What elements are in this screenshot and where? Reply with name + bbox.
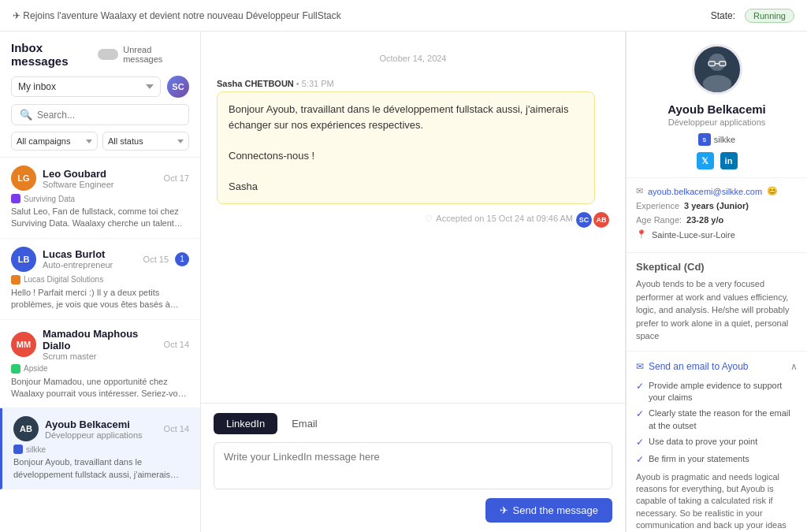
campaign-dot (11, 194, 20, 203)
message-bubble-wrapper: Sasha CHETBOUN • 5:31 PM Bonjour Ayoub, … (217, 79, 609, 228)
profile-section: Ayoub Belkacemi Développeur applications… (627, 32, 807, 178)
email-action-note: Ayoub is pragmatic and needs logical rea… (636, 471, 798, 532)
tip-text: Use data to prove your point (649, 436, 757, 448)
filter-row: All campaigns All status (11, 132, 189, 151)
campaign-dot (13, 445, 23, 454)
profile-avatar (692, 44, 742, 95)
send-button-label: Send the message (513, 504, 598, 516)
search-input[interactable] (37, 110, 180, 121)
status-filter[interactable]: All status (102, 132, 189, 151)
message-list-item[interactable]: AB Ayoub Belkacemi Développeur applicati… (0, 408, 200, 489)
right-panel: Ayoub Belkacemi Développeur applications… (626, 32, 807, 532)
msg-campaign-name: Surviving Data (24, 195, 75, 203)
msg-role: Scrum master (43, 352, 158, 361)
inbox-select[interactable]: My inbox (11, 76, 161, 97)
message-time-value: 5:31 PM (302, 79, 334, 88)
experience-label: Experience (636, 201, 679, 210)
check-icon: ✓ (636, 436, 644, 449)
message-bubble: Bonjour Ayoub, travaillant dans le dével… (217, 91, 595, 204)
msg-unread-badge: 1 (175, 252, 189, 266)
chat-messages: October 14, 2024 Sasha CHETBOUN • 5:31 P… (201, 32, 625, 403)
msg-preview: Bonjour Ayoub, travaillant dans le dével… (13, 456, 189, 481)
send-button[interactable]: ✈ Send the message (485, 498, 612, 523)
chevron-up-icon: ∧ (790, 361, 798, 372)
email-icon: ✉ (636, 186, 643, 196)
msg-date: Oct 17 (164, 173, 189, 183)
profile-name: Ayoub Belkacemi (636, 102, 798, 116)
email-tip: ✓Use data to prove your point (636, 436, 798, 449)
reply-textarea[interactable] (214, 442, 612, 489)
email-action-title: ✉ Send an email to Ayoub (636, 361, 749, 372)
send-icon: ✈ (500, 504, 508, 516)
msg-avatar: MM (11, 332, 36, 357)
msg-avatar: LG (11, 166, 36, 191)
msg-preview: Hello ! Parfait merci :) Il y a deux pet… (11, 287, 189, 311)
location-value: Sainte-Luce-sur-Loire (652, 230, 735, 240)
emoji-icon: 😊 (767, 186, 778, 196)
message-sender: Sasha CHETBOUN (217, 79, 294, 88)
reply-actions: ✈ Send the message (214, 498, 612, 523)
unread-toggle[interactable]: Unread messages (98, 45, 189, 64)
tip-text: Provide ample evidence to support your c… (649, 380, 798, 404)
msg-preview: Bonjour Mamadou, une opportunité chez Wa… (11, 376, 189, 400)
email-tip: ✓Clearly state the reason for the email … (636, 407, 798, 432)
email-detail: ✉ ayoub.belkacemi@silkke.com 😊 (636, 186, 798, 196)
tip-text: Clearly state the reason for the email a… (649, 407, 798, 432)
email-tip: ✓Be firm in your statements (636, 453, 798, 467)
campaign-dot (11, 275, 20, 285)
state-badge: Running (745, 9, 794, 23)
tab-linkedin[interactable]: LinkedIn (214, 413, 277, 434)
msg-preview: Salut Leo, Fan de fullstack, comme toi c… (11, 206, 189, 230)
campaign-dot (11, 364, 20, 374)
msg-role: Auto-entrepreneur (43, 260, 137, 270)
sidebar: Inbox messages Unread messages My inbox … (0, 32, 201, 532)
msg-date: Oct 14 (164, 340, 189, 349)
msg-avatar: AB (13, 416, 39, 441)
age-detail: Age Range: 23-28 y/o (636, 215, 798, 225)
twitter-icon[interactable]: 𝕏 (697, 152, 714, 169)
sidebar-title: Inbox messages (11, 41, 98, 68)
search-box: 🔍 (11, 104, 189, 125)
profile-details: ✉ ayoub.belkacemi@silkke.com 😊 Experienc… (627, 178, 807, 253)
email-action-section: ✉ Send an email to Ayoub ∧ ✓Provide ampl… (627, 352, 807, 533)
personality-desc: Ayoub tends to be a very focused perform… (636, 277, 798, 343)
email-tip: ✓Provide ample evidence to support your … (636, 380, 798, 404)
msg-role: Software Engineer (43, 180, 158, 189)
msg-name: Ayoub Belkacemi (45, 419, 158, 430)
linkedin-icon[interactable]: in (720, 152, 738, 169)
msg-role: Développeur applications (45, 430, 158, 440)
message-list-item[interactable]: LG Leo Goubard Software Engineer Oct 17 … (0, 158, 200, 239)
message-meta: Sasha CHETBOUN • 5:31 PM (217, 79, 609, 88)
msg-date: Oct 14 (164, 424, 189, 433)
msg-campaign-name: Apside (24, 364, 48, 373)
profile-role: Développeur applications (636, 117, 798, 127)
msg-name: Leo Goubard (43, 168, 158, 180)
topbar-announcement: ✈ Rejoins l'aventure Waalaxy et devient … (13, 10, 701, 21)
campaign-filter[interactable]: All campaigns (11, 132, 98, 151)
message-list-item[interactable]: LB Lucas Burlot Auto-entrepreneur Oct 15… (0, 239, 200, 320)
experience-value: 3 years (Junior) (684, 201, 749, 210)
message-time: • (296, 79, 302, 88)
tab-email[interactable]: Email (279, 413, 330, 434)
email-action-header[interactable]: ✉ Send an email to Ayoub ∧ (636, 358, 798, 375)
recipient-avatar-sm: AB (593, 212, 609, 228)
user-avatar: SC (167, 76, 189, 98)
check-icon: ✓ (636, 407, 644, 421)
personality-title: Skeptical (Cd) (636, 261, 798, 273)
msg-campaign-name: Lucas Digital Solutions (24, 275, 103, 284)
message-list-item[interactable]: MM Mamadou Maphous Diallo Scrum master O… (0, 320, 200, 409)
msg-name: Mamadou Maphous Diallo (43, 328, 158, 352)
tip-text: Be firm in your statements (649, 453, 749, 465)
company-logo: S (698, 133, 711, 146)
sender-avatar-sm: SC (576, 212, 592, 228)
location-detail: 📍 Sainte-Luce-sur-Loire (636, 229, 798, 240)
msg-date: Oct 15 (143, 255, 169, 264)
heart-icon: ♡ (425, 214, 433, 224)
unread-label: Unread messages (123, 45, 189, 64)
profile-company: S silkke (636, 133, 798, 146)
unread-switch[interactable] (98, 49, 118, 60)
check-icon: ✓ (636, 453, 644, 467)
social-icons: 𝕏 in (636, 152, 798, 169)
sidebar-header: Inbox messages Unread messages My inbox … (0, 32, 200, 158)
message-footer: ♡ Accepted on 15 Oct 24 at 09:46 AM SC A… (217, 209, 609, 228)
